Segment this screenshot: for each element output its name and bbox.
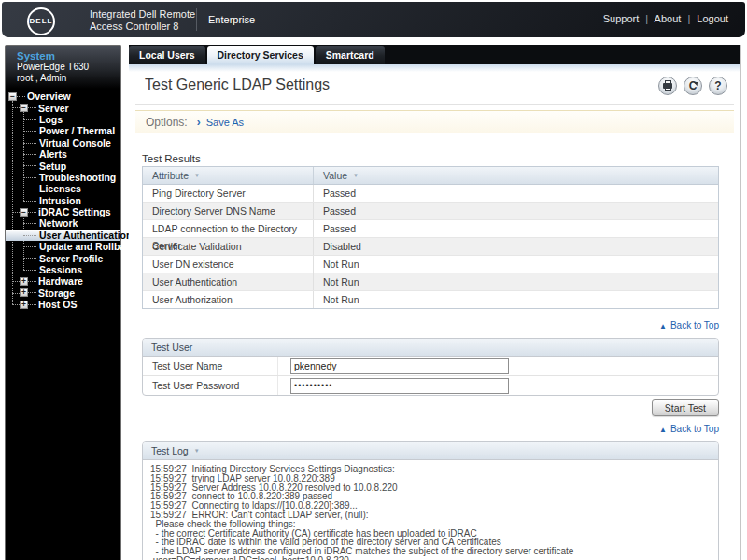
sidebar-item-label: Intrusion [39, 195, 81, 206]
attribute-cell: Certificate Validation [143, 238, 314, 255]
table-row: User Authentication Not Run [143, 273, 718, 291]
about-link[interactable]: About [655, 13, 682, 24]
test-user-password-row: Test User Password [143, 376, 718, 395]
sidebar-item-power-thermal[interactable]: Power / Thermal [6, 125, 120, 136]
attribute-cell: User Authentication [143, 273, 314, 290]
attribute-cell: Ping Directory Server [143, 185, 314, 202]
tab-bar-fade [129, 64, 740, 72]
sidebar-item-label: Setup [39, 161, 66, 172]
attribute-cell: User DN existence [143, 256, 314, 273]
table-row: Certificate Validation Disabled [143, 238, 718, 256]
test-user-name-row: Test User Name [143, 357, 718, 376]
test-user-name-label: Test User Name [143, 357, 278, 375]
system-model: PowerEdge T630 [17, 62, 120, 73]
app-header: DELL Integrated Dell Remote Access Contr… [2, 2, 745, 37]
tree-expand-icon[interactable]: + [20, 277, 28, 286]
sidebar-item-alerts[interactable]: Alerts [6, 148, 120, 160]
value-cell: Passed [314, 185, 718, 202]
sidebar-item-label: Hardware [38, 275, 83, 287]
test-log-header[interactable]: Test Log▼ [143, 442, 718, 460]
value-cell: Not Run [314, 256, 718, 273]
chevron-right-icon: › [197, 116, 201, 129]
test-log-header-label: Test Log [151, 445, 189, 456]
sidebar-item-logs[interactable]: Logs [6, 114, 120, 125]
logged-in-user: root , Admin [17, 73, 120, 84]
sidebar-item-label: Host OS [38, 299, 77, 310]
sidebar-item-host-os[interactable]: + Host OS [6, 299, 120, 310]
sidebar-item-licenses[interactable]: Licenses [6, 183, 120, 194]
sidebar-item-update-and-rollback[interactable]: Update and Rollback [6, 241, 120, 252]
tab-local-users[interactable]: Local Users [129, 46, 205, 64]
test-user-name-input[interactable] [290, 358, 509, 374]
sidebar-item-label: iDRAC Settings [38, 206, 111, 217]
column-header-label: Value [323, 170, 347, 181]
product-name-line1: Integrated Dell Remote [90, 8, 195, 21]
sidebar-item-troubleshooting[interactable]: Troubleshooting [6, 172, 120, 183]
edition-label: Enterprise [208, 14, 255, 25]
sidebar-item-setup[interactable]: Setup [6, 160, 120, 171]
product-name-line2: Access Controller 8 [90, 21, 195, 33]
back-to-top-label: Back to Top [670, 424, 719, 434]
value-cell: Not Run [314, 273, 718, 290]
sidebar-item-server[interactable]: − Server [6, 102, 120, 113]
product-name: Integrated Dell Remote Access Controller… [90, 8, 195, 32]
tree-expand-icon[interactable]: + [20, 301, 28, 309]
column-header-label: Attribute [152, 170, 189, 181]
test-results-heading: Test Results [142, 153, 719, 164]
table-row: Ping Directory Server Passed [143, 185, 718, 203]
column-header-value[interactable]: Value▼ [314, 167, 718, 184]
tree-expand-icon[interactable]: + [20, 288, 28, 297]
sidebar-item-sessions[interactable]: Sessions [6, 264, 120, 275]
save-as-link[interactable]: Save As [206, 117, 244, 128]
sidebar-item-user-authentication[interactable]: User Authentication [6, 230, 120, 241]
print-button[interactable] [658, 77, 677, 95]
table-row: Directory Server DNS Name Passed [143, 203, 718, 220]
column-header-attribute[interactable]: Attribute▼ [143, 167, 314, 184]
logout-link[interactable]: Logout [697, 13, 728, 24]
table-row: LDAP connection to the Directory Server … [143, 220, 718, 238]
sidebar-item-label: Update and Rollback [39, 241, 136, 252]
sidebar-item-virtual-console[interactable]: Virtual Console [6, 137, 120, 148]
test-log-panel: Test Log▼ 15:59:27 Initiating Directory … [142, 441, 719, 560]
sidebar-item-label: Virtual Console [39, 137, 111, 148]
sidebar-item-network[interactable]: Network [6, 217, 120, 229]
help-button[interactable]: ? [709, 77, 727, 95]
options-bar: Options: › Save As [135, 110, 734, 133]
refresh-icon: C [689, 80, 698, 91]
refresh-button[interactable]: C [684, 77, 702, 95]
sidebar-item-label: Storage [38, 287, 75, 299]
header-divider [196, 8, 197, 31]
support-link[interactable]: Support [603, 13, 640, 24]
start-test-button[interactable]: Start Test [652, 399, 719, 416]
printer-icon [663, 83, 672, 89]
test-user-password-input[interactable] [290, 378, 509, 394]
sidebar-item-overview[interactable]: − Overview [6, 91, 120, 102]
tab-smartcard[interactable]: Smartcard [316, 46, 385, 64]
back-to-top-link[interactable]: ▲Back to Top [142, 320, 719, 330]
sidebar-item-hardware[interactable]: + Hardware [6, 275, 120, 287]
title-row: Test Generic LDAP Settings C ? [145, 77, 727, 99]
tree-collapse-icon[interactable]: − [8, 92, 17, 101]
link-separator: | [645, 13, 648, 24]
test-log-content: 15:59:27 Initiating Directory Services S… [143, 460, 718, 560]
sidebar-item-label: Network [39, 217, 78, 229]
options-label: Options: [146, 116, 188, 129]
value-cell: Passed [314, 220, 718, 237]
page-content: Test Results Attribute▼ Value▼ Ping Dire… [142, 134, 719, 560]
sort-icon: ▼ [194, 448, 200, 454]
sidebar-item-server-profile[interactable]: Server Profile [6, 252, 120, 263]
attribute-cell: LDAP connection to the Directory Server [143, 220, 314, 237]
tree-collapse-icon[interactable]: − [20, 208, 28, 217]
back-to-top-label: Back to Top [670, 320, 719, 330]
tab-directory-services[interactable]: Directory Services [207, 46, 314, 64]
tree-collapse-icon[interactable]: − [20, 104, 28, 112]
sidebar-item-storage[interactable]: + Storage [6, 287, 120, 299]
back-to-top-link[interactable]: ▲Back to Top [142, 424, 719, 434]
sidebar-item-label: Alerts [39, 148, 67, 160]
up-triangle-icon: ▲ [659, 322, 667, 330]
sidebar-item-intrusion[interactable]: Intrusion [6, 195, 120, 206]
test-user-panel: Test User Test User Name Test User Passw… [142, 338, 719, 396]
sidebar-item-label: Troubleshooting [39, 172, 116, 183]
sidebar-item-idrac-settings[interactable]: − iDRAC Settings [6, 206, 120, 217]
sidebar-item-label: Overview [27, 91, 71, 102]
